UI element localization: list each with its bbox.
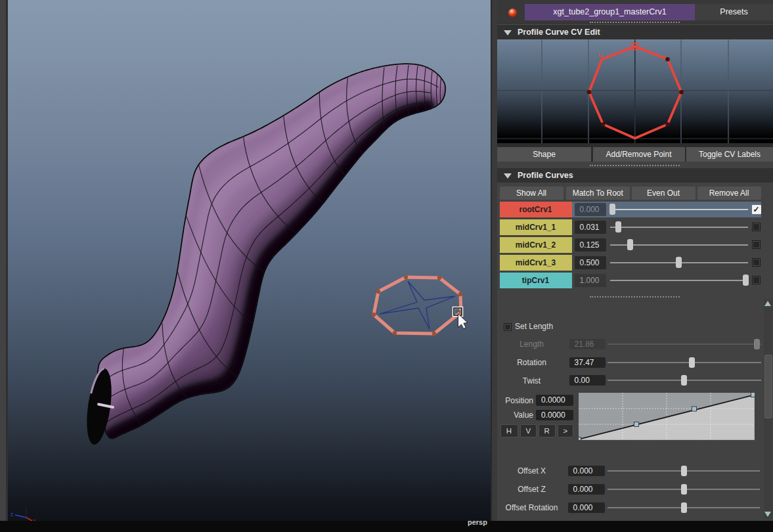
svg-text:y: y xyxy=(24,499,27,506)
svg-text:u: u xyxy=(598,51,602,58)
svg-text:z: z xyxy=(11,511,14,518)
